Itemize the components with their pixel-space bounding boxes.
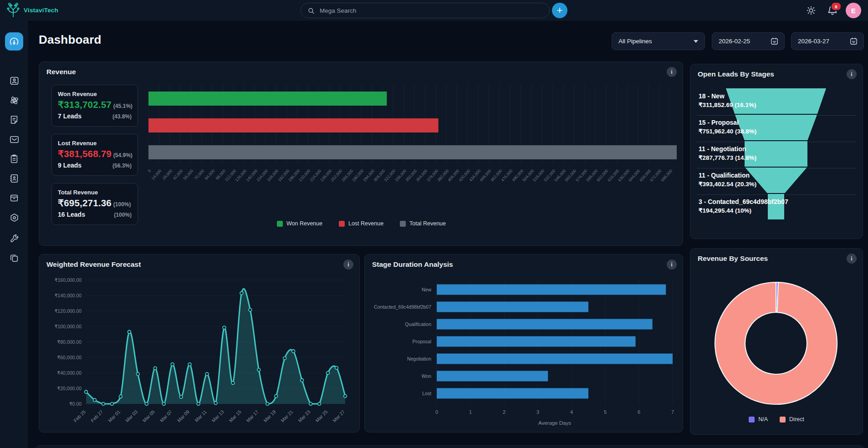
data-point[interactable]: [153, 367, 157, 370]
funnel-stage-proposal[interactable]: 15 - Proposal ₹751,962.40 (38.8%): [699, 119, 756, 135]
data-point[interactable]: [205, 372, 209, 376]
data-point[interactable]: [301, 379, 304, 382]
sidebar-item-contacts[interactable]: [5, 71, 23, 90]
mega-search[interactable]: [301, 3, 550, 18]
data-point[interactable]: [179, 395, 183, 398]
data-point[interactable]: [327, 372, 330, 375]
search-input[interactable]: [319, 7, 543, 15]
sidebar-item-documents[interactable]: [5, 111, 23, 129]
forecast-line-chart[interactable]: ₹0.00₹20,000.00₹40,000.00₹60,000.00₹80,0…: [43, 275, 355, 429]
bar-Proposal[interactable]: [437, 336, 636, 347]
brand[interactable]: VistaviTech: [5, 2, 58, 18]
won-revenue-stat: Won Revenue ₹313,702.57 (45.1%) 7 Leads …: [51, 85, 138, 127]
add-button[interactable]: +: [552, 3, 567, 18]
legend-item-direct[interactable]: Direct: [780, 416, 804, 423]
data-point[interactable]: [85, 390, 88, 393]
data-point[interactable]: [111, 402, 114, 406]
category-label: Negotiation: [407, 356, 431, 361]
notifications-button[interactable]: 8: [827, 5, 839, 16]
data-point[interactable]: [162, 402, 165, 406]
funnel-stage-negotiation[interactable]: 11 - Negotiation ₹287,776.73 (14.8%): [699, 145, 756, 161]
data-point[interactable]: [231, 382, 235, 385]
sidebar-item-copies[interactable]: [5, 249, 23, 267]
data-point[interactable]: [188, 363, 191, 366]
svg-text:6: 6: [638, 409, 640, 415]
svg-text:₹40,000.00: ₹40,000.00: [57, 370, 82, 376]
sidebar-item-settings[interactable]: [5, 209, 23, 227]
data-point[interactable]: [136, 372, 139, 376]
bar-Contacted_69c4d98bf2b07[interactable]: [437, 302, 588, 312]
data-point[interactable]: [309, 402, 312, 406]
pipeline-filter-select[interactable]: All Pipelines: [612, 32, 705, 50]
bar-Won Revenue[interactable]: [148, 92, 387, 106]
date-from-input[interactable]: [718, 37, 763, 45]
funnel-stage-new[interactable]: 18 - New ₹311,852.69 (16.1%): [699, 92, 756, 108]
chevron-down-icon: [694, 40, 698, 43]
legend-item-na[interactable]: N/A: [749, 416, 768, 423]
info-icon[interactable]: i: [667, 260, 677, 270]
user-avatar[interactable]: E: [846, 3, 861, 18]
bar-Negotiation[interactable]: [437, 354, 673, 364]
legend-item-lost[interactable]: Lost Revenue: [339, 220, 383, 227]
data-point[interactable]: [119, 395, 122, 398]
svg-text:Feb 27: Feb 27: [90, 409, 104, 423]
data-point[interactable]: [223, 326, 226, 329]
theme-toggle-sun-icon[interactable]: [806, 5, 816, 15]
svg-text:₹100,000.00: ₹100,000.00: [55, 324, 82, 329]
data-point[interactable]: [249, 308, 252, 311]
date-to-input[interactable]: [797, 37, 842, 45]
info-icon[interactable]: i: [847, 69, 857, 79]
data-point[interactable]: [257, 368, 260, 372]
data-point[interactable]: [93, 398, 97, 402]
sidebar-item-tools[interactable]: [5, 229, 23, 248]
data-point[interactable]: [266, 402, 269, 406]
date-from-picker[interactable]: [712, 32, 785, 50]
legend-item-won[interactable]: Won Revenue: [277, 220, 322, 227]
data-point[interactable]: [240, 292, 243, 295]
legend-item-total[interactable]: Total Revenue: [400, 220, 446, 227]
document-note-icon: [9, 115, 19, 125]
data-point[interactable]: [197, 402, 200, 406]
sidebar-item-address-book[interactable]: [5, 169, 23, 188]
sidebar-item-dashboard[interactable]: [5, 32, 23, 51]
info-icon[interactable]: i: [847, 254, 857, 264]
data-point[interactable]: [145, 402, 148, 406]
pie-slice-Direct[interactable]: [715, 282, 837, 404]
info-icon[interactable]: i: [343, 260, 353, 270]
category-label: New: [422, 287, 431, 292]
data-point[interactable]: [214, 402, 217, 405]
clipboard-tasks-icon: [9, 154, 19, 164]
stat-label: Total Revenue: [58, 189, 132, 196]
sidebar-item-leads[interactable]: [5, 91, 23, 109]
data-point[interactable]: [292, 350, 295, 353]
bar-Lost Revenue[interactable]: [148, 118, 439, 132]
data-point[interactable]: [335, 367, 338, 370]
stat-leads-pct: (56.3%): [112, 163, 132, 169]
bar-Qualification[interactable]: [437, 319, 653, 330]
svg-text:Mar 05: Mar 05: [142, 409, 156, 423]
stat-value-pct: (54.9%): [113, 152, 133, 158]
data-point[interactable]: [102, 402, 105, 406]
stage-duration-bar-chart[interactable]: 01234567NewContacted_69c4d98bf2b07Qualif…: [368, 275, 680, 429]
data-point[interactable]: [318, 402, 321, 406]
sidebar-item-mail[interactable]: [5, 130, 23, 148]
data-point[interactable]: [171, 363, 174, 366]
funnel-stage-qualification[interactable]: 11 - Qualification ₹393,402.54 (20.3%): [699, 172, 756, 188]
sources-donut-chart[interactable]: [696, 274, 858, 413]
sidebar-item-tasks[interactable]: [5, 150, 23, 168]
data-point[interactable]: [275, 395, 278, 398]
funnel-stage-contacted[interactable]: 3 - Contacted_69c4d98bf2b07 ₹194,295.44 …: [699, 198, 788, 214]
bar-Total Revenue[interactable]: [148, 145, 677, 159]
bar-New[interactable]: [437, 285, 666, 295]
stat-label: Lost Revenue: [58, 140, 132, 147]
mail-envelope-icon: [9, 134, 20, 145]
data-point[interactable]: [283, 356, 286, 360]
sidebar-item-archive[interactable]: [5, 189, 23, 207]
legend-label: Lost Revenue: [348, 220, 383, 227]
data-point[interactable]: [344, 395, 347, 398]
bar-Lost[interactable]: [437, 388, 588, 399]
info-icon[interactable]: i: [667, 67, 677, 77]
bar-Won[interactable]: [437, 371, 548, 382]
date-to-picker[interactable]: [791, 32, 864, 50]
data-point[interactable]: [128, 331, 131, 334]
